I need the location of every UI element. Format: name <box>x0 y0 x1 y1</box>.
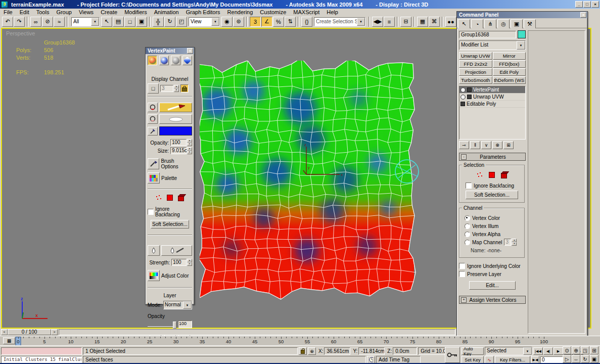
face-selection-icon[interactable] <box>489 172 495 178</box>
terrain-mesh[interactable] <box>200 61 416 302</box>
object-name-field[interactable]: Group16368 <box>459 31 516 38</box>
adjust-color-button[interactable] <box>148 270 160 281</box>
ignore-backfacing-checkbox[interactable] <box>148 209 154 215</box>
opacity-spin-arrows[interactable]: ▲▼ <box>187 139 192 146</box>
current-frame-value[interactable]: 0 <box>540 356 564 363</box>
vertex-selection-icon[interactable] <box>156 195 162 200</box>
modifier-stack-item[interactable]: VertexPaint <box>459 86 525 94</box>
absolute-offset-toggle[interactable]: ⊕ <box>308 347 316 355</box>
mirror-button[interactable]: ◀▶ <box>372 17 383 27</box>
vertex-color-channel-button[interactable]: □ <box>148 83 159 94</box>
channel-radio-option[interactable]: Vertex Illum <box>465 222 522 230</box>
track-bar[interactable]: ▦ 05101520253035404550556065707580859095… <box>0 336 600 345</box>
slider-handle[interactable] <box>173 322 176 329</box>
window-crossing-button[interactable]: ▣ <box>136 17 147 27</box>
add-time-tag-field[interactable]: Add Time Tag <box>376 356 421 363</box>
pin-stack-button[interactable]: ⊸ <box>459 141 469 149</box>
preserve-layer-checkbox[interactable] <box>459 271 465 277</box>
track-bar-ruler[interactable]: 0510152025303540455055606570758085909510… <box>16 336 597 346</box>
modifier-shortcut-button[interactable]: Unwrap UVW <box>459 52 492 60</box>
x-coordinate-field[interactable]: 36.561cm <box>324 347 350 355</box>
field-of-view-button[interactable]: ▷ <box>563 355 571 363</box>
maxscript-mini-listener-output[interactable]: Initial Clusters 15 finalClusters <box>1 356 82 363</box>
tab-display[interactable]: ▣ <box>511 19 523 28</box>
menu-item[interactable]: Edit <box>16 9 33 15</box>
zoom-all-button[interactable]: ⊕ <box>572 346 580 354</box>
redo-button[interactable]: ↷ <box>14 17 25 27</box>
named-selection-sets-dropdown[interactable]: Create Selection Set▼ <box>314 17 365 26</box>
display-channel-value[interactable]: 3 <box>160 85 173 92</box>
paint-color-swatch[interactable] <box>159 126 192 135</box>
schematic-view-button[interactable]: ⌘ <box>429 17 440 27</box>
material-editor-button[interactable]: ●● <box>445 17 456 27</box>
display-channel-spin-arrows[interactable]: ▲▼ <box>174 85 179 92</box>
size-spinner[interactable]: 9.015cm ▲▼ <box>170 147 192 154</box>
map-channel-spin-arrows[interactable]: ▲▼ <box>512 239 517 246</box>
radio-icon[interactable] <box>465 240 470 245</box>
map-channel-value[interactable]: 3 <box>504 239 511 246</box>
blur-brush-button[interactable] <box>161 245 192 256</box>
map-channel-spinner[interactable]: 3 ▲▼ <box>504 239 517 246</box>
make-unique-button[interactable]: ∨ <box>481 141 491 149</box>
previous-frame-arrow[interactable]: < <box>1 329 8 335</box>
y-coordinate-field[interactable]: -11.814cm <box>358 347 385 355</box>
command-panel-title-bar[interactable]: Command Panel × <box>457 12 587 18</box>
blur-all-button[interactable] <box>148 245 160 256</box>
edit-button[interactable]: Edit... <box>469 281 516 290</box>
chevron-down-icon[interactable]: ▼ <box>211 18 219 26</box>
soft-selection-button[interactable]: Soft Selection... <box>151 220 189 229</box>
chevron-down-icon[interactable]: ▼ <box>357 18 365 26</box>
maximize-viewport-button[interactable]: ▣ <box>590 355 598 363</box>
radio-icon[interactable] <box>465 215 470 221</box>
modifier-shortcut-button[interactable]: FFD(box) <box>493 60 526 68</box>
key-mode-toggle[interactable]: ▶◀ <box>531 356 539 363</box>
parameters-rollout-header[interactable]: - Parameters <box>459 153 526 161</box>
time-slider-track[interactable] <box>59 329 455 335</box>
paint-brush-button[interactable] <box>159 103 192 112</box>
menu-item[interactable]: Create <box>97 9 121 15</box>
rectangular-selection-region-button[interactable]: □ <box>124 17 135 27</box>
assign-vertex-colors-rollout-header[interactable]: + Assign Vertex Colors <box>459 296 526 304</box>
select-by-name-button[interactable]: ▤ <box>113 17 124 27</box>
select-and-move-button[interactable]: ╬ <box>153 17 164 27</box>
palette-button[interactable] <box>148 172 160 184</box>
select-object-button[interactable]: ↖ <box>101 17 112 27</box>
viewport-label[interactable]: Perspective <box>6 30 35 36</box>
vertex-color-display-unshaded-button[interactable] <box>159 56 169 65</box>
arc-rotate-button[interactable]: ↻ <box>581 355 589 363</box>
minimize-button[interactable]: _ <box>575 1 583 8</box>
menu-item[interactable]: File <box>0 9 16 15</box>
bind-to-space-warp-button[interactable]: ≈ <box>54 17 65 27</box>
show-end-result-button[interactable]: ‖ <box>470 141 480 149</box>
menu-item[interactable]: Animation <box>151 9 182 15</box>
menu-item[interactable]: Rendering <box>224 9 257 15</box>
time-slider-handle[interactable]: 0 / 100 <box>8 329 51 335</box>
set-keys-button[interactable] <box>445 347 460 363</box>
auto-key-button[interactable]: Auto Key <box>461 347 484 355</box>
zoom-extents-all-button[interactable]: ⊞ <box>590 346 598 354</box>
key-filters-button[interactable]: Key Filters... <box>495 356 530 363</box>
undo-button[interactable]: ↶ <box>2 17 13 27</box>
layer-opacity-slider[interactable] <box>148 322 176 328</box>
configure-modifier-sets-button[interactable]: ⊞ <box>503 141 514 149</box>
tab-create[interactable]: ↖ <box>458 19 470 28</box>
select-and-link-button[interactable]: ∞ <box>30 17 41 27</box>
z-coordinate-field[interactable]: 0.0cm <box>393 347 417 355</box>
disable-vertex-color-display-button[interactable] <box>171 56 180 65</box>
toggle-texture-display-button[interactable] <box>182 56 192 65</box>
pick-color-button[interactable] <box>148 127 158 135</box>
modifier-list-dropdown[interactable]: Modifier List ▼ <box>459 40 526 50</box>
select-and-rotate-button[interactable]: ↻ <box>164 17 175 27</box>
selection-lock-toggle[interactable] <box>299 347 307 355</box>
size-value[interactable]: 9.015cm <box>170 147 187 154</box>
curve-editor-button[interactable]: ▦ <box>417 17 428 27</box>
select-and-manipulate-button[interactable]: ⊚ <box>233 17 244 27</box>
modifier-shortcut-button[interactable]: Edit Poly <box>493 68 526 76</box>
previous-frame-button[interactable]: ◀| <box>543 347 553 355</box>
visibility-bulb-icon[interactable] <box>460 95 466 100</box>
erase-all-button[interactable] <box>148 114 158 124</box>
layer-mode-dropdown[interactable]: Normal ▼ <box>163 301 192 309</box>
snaps-toggle-button[interactable]: 3 <box>250 17 261 27</box>
paint-all-button[interactable] <box>148 103 158 112</box>
vertexpaint-title-bar[interactable]: VertexPaint × <box>146 48 194 54</box>
